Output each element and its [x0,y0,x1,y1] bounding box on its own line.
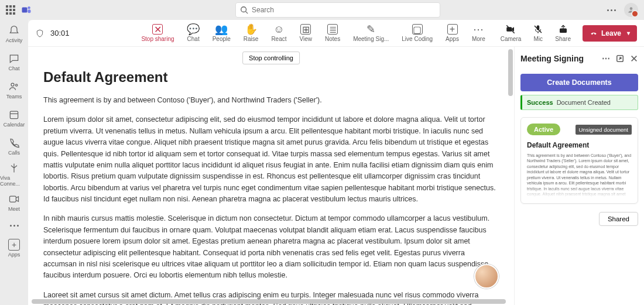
raise-hand-button[interactable]: ✋Raise [244,24,259,42]
stop-controlling-button[interactable]: Stop controlling [242,52,300,64]
document-paragraph: In nibh mauris cursus mattis molestie. S… [43,213,499,281]
status-badge-unsigned: Unsigned document [576,125,632,135]
rail-calls[interactable]: Calls [0,132,28,160]
rail-more[interactable] [0,217,28,234]
mic-button[interactable]: Mic [533,24,543,42]
panel-more-icon[interactable]: ⋯ [602,54,610,63]
notes-button[interactable]: ≣Notes [325,24,340,42]
participant-video[interactable] [474,264,499,289]
user-avatar[interactable] [624,3,638,17]
camera-button[interactable]: Camera [501,24,522,42]
shield-icon[interactable] [35,29,44,38]
waffle-icon[interactable] [6,5,15,15]
rail-calendar[interactable]: Calendar [0,104,28,132]
rail-activity[interactable]: Activity [0,20,28,48]
success-label: Success [527,99,553,106]
more-button[interactable]: ⋯More [472,24,485,42]
live-coding-button[interactable]: ▢Live Coding [402,24,433,42]
react-button[interactable]: ☺React [271,24,286,42]
svg-line-4 [246,12,248,14]
rail-teams[interactable]: Teams [0,76,28,104]
view-button[interactable]: ⊞View [300,24,313,42]
search-icon [240,6,248,14]
main-area: 30:01 ✕Stop sharing 💬Chat 👥People ✋Raise… [28,20,644,305]
document-card[interactable]: Active Unsigned document Default Agreeme… [520,117,638,204]
card-title: Default Agreement [527,141,632,149]
scrollbar-vertical[interactable] [508,49,513,96]
teams-icon [21,5,32,15]
svg-point-5 [630,7,633,10]
status-badge-active: Active [527,124,560,135]
shared-content-pane: Stop controlling Default Agreement This … [28,47,514,305]
create-documents-button[interactable]: Create Documents [520,74,638,91]
rail-apps[interactable]: +Apps [0,234,28,262]
side-panel: Meeting Signing ⋯ Create Documents Succe… [514,47,644,305]
share-button[interactable]: Share [555,24,571,42]
rail-meet[interactable]: Meet [0,189,28,217]
rail-viva[interactable]: Viva Conne... [0,160,28,189]
panel-header: Meeting Signing ⋯ [515,47,644,70]
app-topbar [0,0,644,20]
svg-rect-0 [22,8,28,13]
svg-point-7 [16,84,18,86]
success-alert: Success Document Created [520,95,638,110]
svg-point-6 [11,83,14,86]
popout-icon[interactable] [616,54,624,63]
chevron-down-icon: ▾ [627,30,630,36]
search-field[interactable] [252,6,436,14]
meeting-toolbar: 30:01 ✕Stop sharing 💬Chat 👥People ✋Raise… [28,20,644,47]
document-paragraph: Lorem ipsum dolor sit amet, consectetur … [43,114,499,205]
document-body[interactable]: Default Agreement This agreement is by a… [28,47,514,305]
close-icon[interactable] [630,54,638,63]
svg-rect-8 [10,111,18,119]
success-message: Document Created [557,99,611,106]
svg-rect-10 [10,196,16,202]
svg-point-3 [241,7,246,12]
chat-button[interactable]: 💬Chat [187,24,200,42]
apps-button[interactable]: +Apps [446,24,459,42]
leave-button[interactable]: Leave▾ [583,25,637,42]
svg-rect-2 [28,9,30,13]
people-button[interactable]: 👥People [213,24,231,42]
card-preview-text: This agreement is by and between Contoso… [527,153,632,197]
meeting-timer: 30:01 [50,29,70,37]
document-title: Default Agreement [43,69,499,85]
shared-button[interactable]: Shared [599,212,638,226]
stop-sharing-button[interactable]: ✕Stop sharing [141,24,174,42]
svg-point-1 [28,6,30,9]
panel-title: Meeting Signing [520,54,584,63]
app-rail: Activity Chat Teams Calendar Calls Viva … [0,20,28,305]
scrollbar-horizontal[interactable] [32,299,506,304]
rail-chat[interactable]: Chat [0,48,28,76]
meeting-signing-button[interactable]: ✎Meeting Sig... [353,24,389,42]
search-input[interactable] [235,2,440,18]
more-menu[interactable] [607,9,616,11]
document-paragraph: This agreement is by and between Contoso… [43,95,499,106]
